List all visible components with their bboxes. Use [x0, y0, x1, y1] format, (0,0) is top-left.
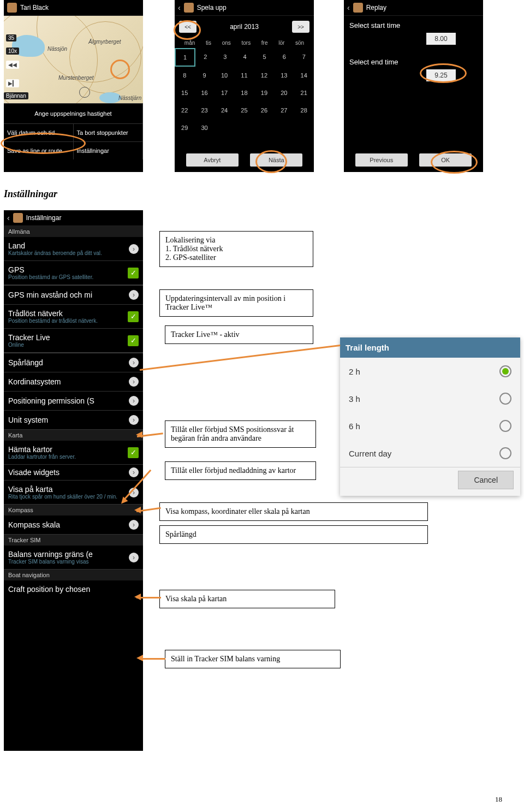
screen-title: Inställningar	[26, 214, 62, 222]
calendar-day[interactable]: 15	[175, 84, 194, 102]
calendar-day[interactable]: 25	[234, 102, 254, 119]
highlight-circle	[420, 63, 467, 83]
setting-coordinate-system[interactable]: Kordinatsystem›	[4, 372, 143, 392]
setting-unit-system[interactable]: Unit system›	[4, 411, 143, 430]
month-label: april 2013	[230, 23, 259, 31]
arrow-head-icon	[134, 594, 141, 600]
calendar-day[interactable]: 11	[234, 67, 254, 84]
annotation-map-download: Tillåt eller förbjud nedladdning av kart…	[165, 461, 316, 480]
start-time-label: Select start time	[349, 21, 478, 29]
highlight-circle	[255, 150, 287, 173]
setting-wifi[interactable]: Trådlöst nätverkPosition bestämd av tråd…	[4, 305, 143, 329]
header: ‹ Replay	[344, 0, 483, 16]
category-label: Karta	[4, 430, 143, 441]
cancel-button[interactable]: Avbryt	[186, 153, 239, 167]
page-number: 18	[495, 795, 502, 804]
chevron-icon: ›	[129, 553, 139, 562]
remove-stops-button[interactable]: Ta bort stoppunkter	[74, 123, 144, 141]
setting-craft-position[interactable]: Craft position by chosen	[4, 580, 143, 598]
start-time-value[interactable]: 8.00	[426, 33, 456, 45]
dialog-option[interactable]: 3 h	[340, 385, 520, 412]
back-icon[interactable]: ‹	[7, 214, 10, 222]
map-area[interactable]: Nässjön Älgmyrberget Murstenberget Nässt…	[4, 16, 143, 103]
calendar-day[interactable]: 16	[194, 84, 214, 102]
play-pause-icon[interactable]: ▶▎	[6, 79, 19, 87]
category-label: Boat navigation	[4, 570, 143, 580]
back-icon[interactable]: ‹	[347, 3, 350, 12]
category-label: Allmäna	[4, 226, 143, 237]
annotation-compass-scale: Visa skala på kartan	[159, 590, 335, 608]
calendar-day[interactable]: 29	[175, 119, 194, 137]
fox-icon	[184, 3, 194, 13]
calendar-day[interactable]: 6	[275, 48, 294, 67]
calendar-day[interactable]: 27	[274, 102, 294, 119]
calendar-day[interactable]: 22	[175, 102, 194, 119]
calendar-day[interactable]: 7	[294, 48, 314, 67]
dialog-cancel-button[interactable]: Cancel	[458, 471, 514, 489]
next-month-button[interactable]: >>	[292, 21, 309, 33]
setting-land[interactable]: LandKartskalor ändras beroende på ditt v…	[4, 237, 143, 261]
weekday-label: ons	[222, 40, 231, 46]
calendar-day[interactable]: 28	[294, 102, 314, 119]
highlight-circle	[110, 60, 130, 79]
check-icon: ✓	[128, 311, 139, 322]
trail-length-dialog: Trail length 2 h3 h6 hCurrent day Cancel	[340, 337, 520, 496]
calendar-day[interactable]: 21	[294, 84, 314, 102]
calendar-day[interactable]: 23	[194, 102, 214, 119]
setting-positioning-permission[interactable]: Positioning permission (S›	[4, 392, 143, 411]
calendar-day[interactable]: 4	[235, 48, 254, 67]
calendar-day[interactable]: 12	[254, 67, 274, 84]
weekday-label: lör	[278, 40, 284, 46]
weekday-label: mån	[184, 40, 195, 46]
weekday-label: tors	[241, 40, 251, 46]
back-icon[interactable]: ‹	[178, 3, 181, 12]
calendar-day[interactable]: 20	[274, 84, 294, 102]
calendar-day[interactable]: 26	[254, 102, 274, 119]
calendar-day[interactable]: 18	[234, 84, 254, 102]
calendar-day[interactable]: 17	[215, 84, 234, 102]
calendar-day	[274, 119, 294, 137]
dog-name: Tari Black	[20, 4, 49, 11]
calendar-day[interactable]: 30	[194, 119, 214, 137]
setting-widgets[interactable]: Visade widgets›	[4, 465, 143, 481]
previous-button[interactable]: Previous	[355, 153, 408, 167]
chevron-icon: ›	[129, 290, 139, 300]
screenshot-map-phone: Tari Black Nässjön Älgmyrberget Murstenb…	[4, 0, 143, 172]
calendar-day[interactable]: 24	[215, 102, 234, 119]
calendar-day[interactable]: 9	[194, 67, 214, 84]
setting-gps[interactable]: GPSPosition bestämd av GPS satelliter.✓	[4, 261, 143, 285]
header: Tari Black	[4, 0, 143, 16]
weekday-label: tis	[206, 40, 211, 46]
rewind-icon[interactable]: ◀◀	[6, 61, 19, 69]
calendar-day	[234, 119, 254, 137]
screen-title: Spela upp	[197, 4, 227, 11]
setting-download-maps[interactable]: Hämta kartorLaddar kartrutor från server…	[4, 441, 143, 465]
calendar-day[interactable]: 10	[215, 67, 234, 84]
calendar-day[interactable]: 8	[175, 67, 194, 84]
section-heading: Inställningar	[4, 188, 57, 200]
calendar-day[interactable]: 13	[274, 67, 294, 84]
dialog-option[interactable]: Current day	[340, 440, 520, 467]
calendar-day[interactable]: 3	[215, 48, 235, 67]
playback-speed-row[interactable]: Ange uppspelnings hastighet	[4, 103, 143, 123]
chevron-icon: ›	[129, 520, 139, 530]
fox-icon	[13, 213, 23, 223]
calendar-day[interactable]: 1	[175, 48, 195, 67]
header: ‹ Spela upp	[175, 0, 314, 16]
setting-balance-warning[interactable]: Balans varnings gräns (eTracker SIM bala…	[4, 546, 143, 570]
calendar-day[interactable]: 19	[254, 84, 274, 102]
dialog-option[interactable]: 2 h	[340, 358, 520, 385]
calendar-day[interactable]: 2	[195, 48, 215, 67]
setting-gps-min[interactable]: GPS min avstånd och mi›	[4, 286, 143, 305]
setting-compass-scale[interactable]: Kompass skala›	[4, 515, 143, 535]
map-label: Nässjön	[47, 46, 67, 52]
calendar-day[interactable]: 14	[294, 67, 314, 84]
chevron-icon: ›	[129, 358, 139, 368]
setting-trail-length[interactable]: Spårlängd›	[4, 353, 143, 372]
calendar-day[interactable]: 5	[255, 48, 275, 67]
chevron-icon: ›	[129, 396, 139, 406]
badge: 35	[6, 34, 16, 42]
setting-tracker-live[interactable]: Tracker LiveOnline✓	[4, 329, 143, 353]
dialog-option[interactable]: 6 h	[340, 412, 520, 440]
header: ‹ Inställningar	[4, 210, 143, 226]
